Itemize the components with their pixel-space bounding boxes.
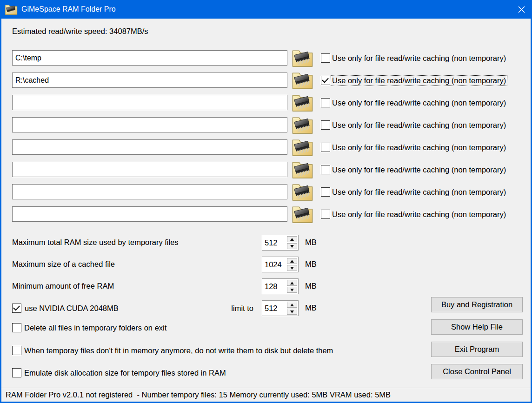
option-checkbox[interactable] <box>12 368 21 377</box>
close-control-panel-button[interactable]: Close Control Panel <box>431 364 523 379</box>
spin-down-button[interactable] <box>287 309 297 315</box>
folder-chip-icon <box>292 137 313 157</box>
setting-spinner <box>262 278 299 294</box>
show-help-file-button[interactable]: Show Help File <box>431 319 523 335</box>
spin-up-button[interactable] <box>287 280 297 286</box>
unit-label: MB <box>305 238 317 247</box>
setting-spinner <box>262 257 299 272</box>
spin-up-button[interactable] <box>287 258 297 264</box>
folder-path-input[interactable] <box>12 162 287 177</box>
browse-ram-folder-button[interactable] <box>292 182 313 201</box>
unit-label: MB <box>305 282 317 291</box>
status-bar: RAM Folder Pro v2.0.1 not registered - N… <box>1 388 531 402</box>
folder-path-input[interactable] <box>12 206 287 222</box>
option-checkbox[interactable] <box>12 346 21 355</box>
browse-ram-folder-button[interactable] <box>292 70 313 90</box>
folder-chip-icon <box>292 204 313 224</box>
cache-only-checkbox[interactable] <box>321 98 330 107</box>
setting-label: Maximum size of a cached file <box>12 260 115 269</box>
speed-readout: Estimated read/write speed: 34087MB/s <box>12 27 148 36</box>
spin-down-button[interactable] <box>287 265 297 271</box>
browse-ram-folder-button[interactable] <box>292 159 313 179</box>
triangle-up-icon <box>290 238 294 241</box>
close-button[interactable] <box>511 0 532 19</box>
option-checkbox[interactable] <box>12 323 21 332</box>
folder-chip-icon <box>292 115 313 134</box>
cache-only-checkbox[interactable] <box>321 210 330 219</box>
folder-path-input[interactable] <box>12 139 287 155</box>
setting-row: Minimum amount of free RAM MB <box>0 278 532 295</box>
unit-label: MB <box>305 304 317 312</box>
spin-up-button[interactable] <box>287 236 297 242</box>
spin-down-button[interactable] <box>287 287 297 293</box>
cache-only-label[interactable]: Use only for file read/write caching (no… <box>331 120 507 130</box>
spin-down-button[interactable] <box>287 243 297 249</box>
folder-chip-icon <box>292 70 313 90</box>
exit-program-button[interactable]: Exit Program <box>431 342 523 357</box>
folder-path-input[interactable] <box>12 117 287 132</box>
option-label[interactable]: Emulate disk allocation size for tempory… <box>23 368 227 378</box>
title-bar: GiMeSpace RAM Folder Pro <box>0 0 532 19</box>
use-cuda-label[interactable]: use NVIDIA CUDA 2048MB <box>24 304 120 313</box>
folder-row: Use only for file read/write caching (no… <box>0 184 532 205</box>
folder-path-input[interactable] <box>12 73 287 88</box>
browse-ram-folder-button[interactable] <box>292 115 313 134</box>
cache-only-label[interactable]: Use only for file read/write caching (no… <box>331 165 507 175</box>
setting-label: Maximum total RAM size used by temporary… <box>12 238 179 247</box>
cache-only-label[interactable]: Use only for file read/write caching (no… <box>331 53 507 63</box>
setting-row: Maximum size of a cached file MB <box>0 257 532 273</box>
folder-path-input[interactable] <box>12 50 287 66</box>
browse-ram-folder-button[interactable] <box>292 48 313 67</box>
triangle-down-icon <box>290 289 294 291</box>
cache-only-checkbox[interactable] <box>321 53 330 63</box>
folder-chip-icon <box>292 159 313 179</box>
folder-row: Use only for file read/write caching (no… <box>0 139 532 160</box>
setting-value-input[interactable] <box>262 279 286 294</box>
option-row: When temporay files don't fit in memory … <box>0 346 419 358</box>
triangle-up-icon <box>290 260 294 263</box>
setting-label: Minimum amount of free RAM <box>12 282 114 291</box>
cache-only-checkbox[interactable] <box>321 187 330 197</box>
triangle-down-icon <box>290 267 294 270</box>
folder-chip-icon <box>292 92 313 112</box>
option-row: Delete all files in temporary folders on… <box>0 323 419 335</box>
cache-only-label[interactable]: Use only for file read/write caching (no… <box>331 98 507 108</box>
option-row: Emulate disk allocation size for tempory… <box>0 368 419 380</box>
setting-value-input[interactable] <box>262 257 286 272</box>
folder-chip-icon <box>292 182 313 201</box>
option-label[interactable]: When temporay files don't fit in memory … <box>23 346 334 356</box>
triangle-down-icon <box>290 245 294 248</box>
cache-only-checkbox[interactable] <box>321 120 330 130</box>
cache-only-checkbox[interactable] <box>321 165 330 174</box>
limit-to-label: limit to <box>205 304 253 313</box>
use-cuda-checkbox[interactable] <box>12 304 21 313</box>
cache-only-label[interactable]: Use only for file read/write caching (no… <box>331 143 507 152</box>
triangle-up-icon <box>290 282 294 284</box>
browse-ram-folder-button[interactable] <box>292 204 313 224</box>
folder-row: Use only for file read/write caching (no… <box>0 117 532 138</box>
setting-value-input[interactable] <box>262 235 286 250</box>
cache-only-label[interactable]: Use only for file read/write caching (no… <box>331 210 507 219</box>
setting-spinner <box>262 235 299 251</box>
option-label[interactable]: Delete all files in temporary folders on… <box>23 323 167 333</box>
cuda-limit-spinner <box>262 300 299 316</box>
spin-up-button[interactable] <box>287 302 297 308</box>
cache-only-checkbox[interactable] <box>321 76 330 85</box>
folder-row: Use only for file read/write caching (no… <box>0 95 532 115</box>
browse-ram-folder-button[interactable] <box>292 92 313 112</box>
folder-path-input[interactable] <box>12 184 287 199</box>
unit-label: MB <box>305 260 317 269</box>
cache-only-label[interactable]: Use only for file read/write caching (no… <box>331 76 507 86</box>
cuda-limit-input[interactable] <box>262 301 286 316</box>
folder-row: Use only for file read/write caching (no… <box>0 206 532 227</box>
window-title: GiMeSpace RAM Folder Pro <box>21 5 116 13</box>
setting-row: Maximum total RAM size used by temporary… <box>0 235 532 251</box>
triangle-down-icon <box>290 311 294 313</box>
browse-ram-folder-button[interactable] <box>292 137 313 157</box>
folder-chip-icon <box>292 48 313 67</box>
buy-and-registration-button[interactable]: Buy and Registration <box>431 297 523 312</box>
cache-only-checkbox[interactable] <box>321 143 330 152</box>
cache-only-label[interactable]: Use only for file read/write caching (no… <box>331 187 507 197</box>
folder-path-input[interactable] <box>12 95 287 110</box>
folder-row: Use only for file read/write caching (no… <box>0 50 532 71</box>
